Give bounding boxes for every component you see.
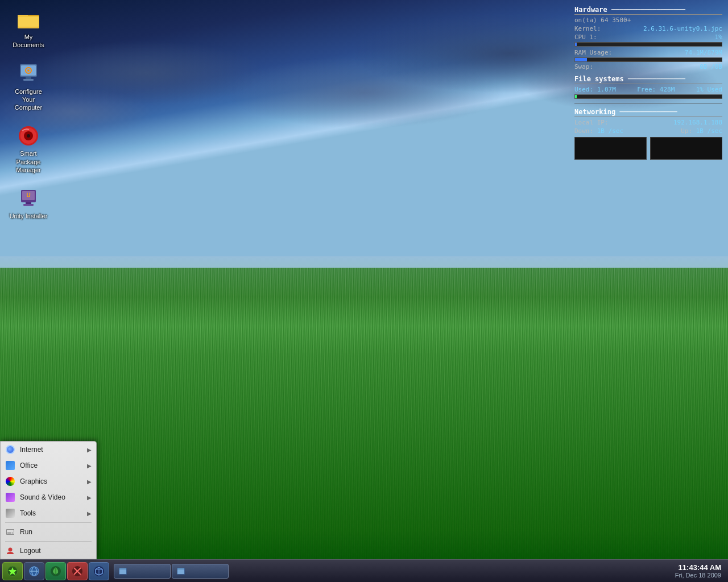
menu-item-label: Graphics xyxy=(20,477,87,485)
sysmon-cpu-value: 1% xyxy=(715,34,722,41)
desktop-icon-my-documents[interactable]: My Documents xyxy=(6,6,51,52)
clock-date: Fri, Dec 18 2009 xyxy=(675,572,721,579)
sysmon-up-graph xyxy=(650,137,722,160)
sysmon-kernel-label: Kernel: xyxy=(574,25,601,32)
sysmon-net-title: Networking ────────────── xyxy=(574,108,722,117)
sysmon-net-speeds: Down: 1B /sec Up: 1B /sec xyxy=(574,127,722,135)
taskbar: 11:43:44 AM Fri, Dec 18 2009 xyxy=(0,559,728,582)
menu-item-sound-video[interactable]: Sound & Video ▶ xyxy=(1,489,96,505)
taskbar-window-1[interactable] xyxy=(114,564,171,579)
menu-item-label: Run xyxy=(20,528,92,536)
sysmon-ram-bar xyxy=(574,57,722,62)
submenu-arrow: ▶ xyxy=(87,447,92,453)
start-button[interactable] xyxy=(2,562,23,580)
logout-icon xyxy=(5,546,15,556)
menu-item-label: Office xyxy=(20,462,87,469)
submenu-arrow: ▶ xyxy=(87,494,92,501)
system-monitor: Hardware ────────────────── on(ta) 64 35… xyxy=(574,6,722,164)
svg-point-14 xyxy=(27,134,30,138)
taskbar-windows xyxy=(111,564,668,579)
svg-rect-39 xyxy=(177,568,184,569)
sysmon-fs-pct: 1% Used xyxy=(696,86,722,93)
sysmon-down-graph xyxy=(574,137,647,160)
svg-rect-17 xyxy=(26,202,31,204)
desktop-icon-smart-pkg[interactable]: Smart PackageManager xyxy=(6,122,51,176)
taskbar-window-2[interactable] xyxy=(172,564,229,579)
desktop-icon-label: Configure YourComputer xyxy=(8,88,49,112)
menu-separator xyxy=(5,522,92,523)
desktop-icon-label: Smart PackageManager xyxy=(8,149,49,174)
sysmon-ip-label: Local IP: xyxy=(574,119,609,126)
svg-rect-21 xyxy=(7,530,14,534)
menu-item-label: Tools xyxy=(20,509,87,517)
sysmon-swap-label: Swap: xyxy=(574,63,593,70)
menu-separator-2 xyxy=(5,541,92,542)
folder-icon xyxy=(17,8,40,31)
sysmon-hardware-title: Hardware ────────────────── xyxy=(574,6,722,15)
terminal-button[interactable] xyxy=(67,562,88,580)
sysmon-cpu-label: CPU 1: xyxy=(574,34,597,41)
submenu-arrow: ▶ xyxy=(87,479,92,485)
office-icon xyxy=(5,460,15,471)
svg-rect-7 xyxy=(26,77,31,79)
submenu-arrow: ▶ xyxy=(87,510,92,517)
unity-icon: U xyxy=(17,187,40,210)
sysmon-fs-bar xyxy=(574,94,722,99)
sysmon-fs-title: File systems ────────────── xyxy=(574,75,722,84)
submenu-arrow: ▶ xyxy=(87,463,92,469)
svg-point-10 xyxy=(27,69,30,72)
sysmon-cpu-bar xyxy=(574,42,722,47)
sysmon-net-graphs xyxy=(574,137,722,160)
svg-rect-22 xyxy=(7,533,11,534)
svg-rect-38 xyxy=(177,569,184,574)
sysmon-fs-free: Free: 428M xyxy=(637,86,675,93)
sysmon-ip-value: 192.168.1.188 xyxy=(673,119,722,126)
menu-item-run[interactable]: Run xyxy=(1,524,96,540)
sysmon-down-label: Down: 1B /sec xyxy=(574,127,623,135)
menu-item-label: Sound & Video xyxy=(20,493,87,501)
menu-item-tools[interactable]: Tools ▶ xyxy=(1,505,96,521)
svg-rect-35 xyxy=(119,569,126,574)
menu-item-logout[interactable]: Logout xyxy=(1,543,96,559)
computer-icon xyxy=(17,63,40,85)
desktop: My Documents Configure YourComputer xyxy=(0,0,728,582)
tools-icon xyxy=(5,508,15,518)
svg-rect-36 xyxy=(119,568,126,569)
svg-rect-4 xyxy=(18,16,39,27)
menu-item-label: Internet xyxy=(20,446,87,454)
start-menu: Internet ▶ Office ▶ Graphics ▶ Sound & V… xyxy=(0,441,97,559)
package-button[interactable] xyxy=(89,562,109,580)
internet-icon xyxy=(5,444,15,455)
sysmon-ram-label: RAM Usage: xyxy=(574,49,612,56)
sysmon-up-label: Up: 1B /sec xyxy=(681,127,722,135)
sysmon-ram-value: 74.1M/879M xyxy=(685,49,722,56)
taskbar-clock[interactable]: 11:43:44 AM Fri, Dec 18 2009 xyxy=(668,563,728,579)
desktop-icon-label: My Documents xyxy=(8,33,49,49)
svg-rect-23 xyxy=(12,533,13,534)
svg-point-24 xyxy=(9,548,13,552)
clock-time: 11:43:44 AM xyxy=(675,563,721,572)
sysmon-fs-used: Used: 1.07M xyxy=(574,86,616,93)
desktop-icon-label: Unity Installer xyxy=(10,212,48,220)
menu-item-office[interactable]: Office ▶ xyxy=(1,458,96,473)
desktop-icon-unity[interactable]: U Unity Installer xyxy=(6,185,51,222)
dvd-icon xyxy=(17,124,40,147)
graphics-icon xyxy=(5,476,15,487)
svg-rect-8 xyxy=(23,79,34,81)
browser-button[interactable] xyxy=(24,562,44,580)
menu-item-label: Logout xyxy=(20,547,92,555)
svg-rect-18 xyxy=(23,204,34,206)
run-icon xyxy=(5,527,15,537)
menu-item-graphics[interactable]: Graphics ▶ xyxy=(1,473,96,489)
sound-icon xyxy=(5,492,15,502)
taskbar-left xyxy=(0,562,111,580)
grass-layer xyxy=(0,268,728,559)
desktop-icon-configure[interactable]: Configure YourComputer xyxy=(6,60,51,114)
sysmon-swap-value: 0B /0B xyxy=(700,63,722,70)
sysmon-kernel-value: 2.6.31.6-unity0.1.jpc xyxy=(643,25,722,32)
file-manager-button[interactable] xyxy=(46,562,66,580)
svg-text:U: U xyxy=(26,192,30,198)
menu-item-internet[interactable]: Internet ▶ xyxy=(1,442,96,458)
desktop-icons: My Documents Configure YourComputer xyxy=(6,6,51,223)
sysmon-cpu-model: on(ta) 64 3500+ xyxy=(574,16,631,24)
